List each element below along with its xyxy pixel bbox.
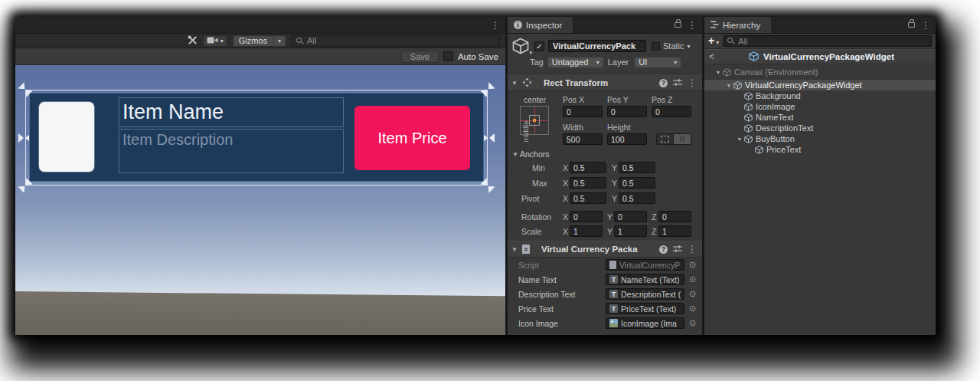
scene-ground-plane (15, 291, 505, 335)
scale-x-field[interactable]: 1 (570, 225, 603, 237)
widget-description-text-rect[interactable]: Item Description (119, 129, 344, 173)
breadcrumb[interactable]: VirtualCurrencyPackageWidget (763, 52, 894, 61)
object-field[interactable]: VirtualCurrencyP (606, 259, 684, 271)
anchor-preset-v-label: middle (521, 121, 530, 143)
object-field[interactable]: T PriceText (Text) (606, 303, 684, 314)
active-checkbox[interactable]: ✓ (534, 41, 544, 51)
lock-icon[interactable] (908, 22, 915, 28)
gameobject-name-field[interactable]: VirtualCurrencyPack (548, 40, 646, 52)
search-icon (727, 38, 734, 44)
tag-dropdown[interactable]: Untagged ▾ (547, 57, 604, 68)
hierarchy-item-canvas[interactable]: ▼ Canvas (Environment) (704, 67, 936, 77)
tab-inspector[interactable]: i Inspector (508, 17, 573, 33)
hierarchy-item-virtualcurrencypackagewidget[interactable]: ▼ VirtualCurrencyPackageWidget (704, 80, 936, 90)
rotation-z-field[interactable]: 0 (658, 211, 691, 222)
presets-icon[interactable] (673, 78, 682, 88)
anchor-preset-widget[interactable]: middle (520, 106, 549, 135)
object-picker-icon[interactable]: ⊙ (688, 274, 697, 284)
width-label: Width (563, 123, 583, 132)
rect-transform-header[interactable]: ▼ Rect Transform ? ⋮ (508, 74, 702, 91)
hierarchy-item-nametext[interactable]: NameText (704, 112, 936, 123)
foldout-icon[interactable]: ▼ (724, 83, 733, 88)
object-field[interactable]: IconImage (Ima (606, 317, 684, 329)
pos-y-field[interactable]: 0 (607, 106, 647, 117)
object-picker-icon[interactable]: ⊙ (688, 260, 697, 270)
scene-pane-menu-icon[interactable]: ⋮ (491, 20, 500, 31)
script-icon (609, 261, 616, 269)
foldout-icon[interactable]: ▼ (511, 246, 518, 253)
static-dropdown-icon[interactable]: ▾ (688, 43, 691, 50)
anchor-max-y-field[interactable]: 0.5 (619, 177, 655, 189)
layer-dropdown[interactable]: UI ▾ (634, 57, 681, 68)
widget-description-text: Item Description (119, 130, 343, 150)
scale-z-field[interactable]: 1 (658, 225, 691, 237)
blueprint-mode-button[interactable] (656, 133, 674, 145)
hierarchy-item-iconimage[interactable]: IconImage (704, 101, 936, 112)
object-field-value: PriceText (Text) (621, 304, 676, 314)
presets-icon[interactable] (673, 245, 682, 255)
hierarchy-item-background[interactable]: Background (704, 90, 936, 101)
widget-name-text-rect[interactable]: Item Name (119, 97, 344, 127)
property-row-script: Script VirtualCurrencyP ⊙ (508, 258, 702, 272)
width-field[interactable]: 500 (563, 133, 603, 145)
anchor-min-x-field[interactable]: 0.5 (570, 162, 606, 173)
pos-z-field[interactable]: 0 (652, 106, 691, 117)
foldout-icon[interactable]: ▼ (714, 70, 723, 75)
widget-buy-button[interactable]: Item Price (354, 106, 470, 170)
script-component-header[interactable]: ▼ # Virtual Currency Packa ? ⋮ (508, 241, 702, 258)
object-picker-icon[interactable]: ⊙ (688, 318, 697, 328)
anchors-foldout-label[interactable]: Anchors (520, 149, 550, 159)
create-object-button[interactable]: + ▾ (708, 36, 719, 46)
tab-hierarchy[interactable]: Hierarchy (704, 17, 771, 33)
gameobject-icon[interactable]: ▾ (512, 38, 531, 54)
auto-save-checkbox[interactable] (443, 51, 453, 61)
hierarchy-item-descriptiontext[interactable]: DescriptionText (704, 123, 936, 133)
object-picker-icon[interactable]: ⊙ (688, 289, 697, 299)
object-field[interactable]: T NameText (Text) (606, 274, 684, 285)
help-icon[interactable]: ? (659, 245, 668, 254)
static-checkbox[interactable] (652, 42, 660, 51)
object-field[interactable]: T DescriptionText ( (606, 288, 684, 300)
rotation-x-field[interactable]: 0 (570, 211, 603, 222)
anchor-center-dot (533, 119, 536, 122)
anchor-max-x-field[interactable]: 0.5 (570, 177, 606, 189)
widget-name-text: Item Name (119, 98, 343, 126)
pivot-x-field[interactable]: 0.5 (570, 192, 606, 204)
layer-value: UI (639, 57, 647, 67)
raw-edit-mode-button[interactable]: R (674, 133, 691, 145)
property-label: Name Text (518, 275, 603, 284)
scene-viewport[interactable]: Item Name Item Description Item Price (15, 65, 505, 335)
hierarchy-search-input[interactable]: All (723, 35, 932, 47)
save-button[interactable]: Save (401, 51, 439, 63)
rotation-y-field[interactable]: 0 (614, 211, 647, 222)
anchor-min-y-field[interactable]: 0.5 (619, 162, 655, 173)
hierarchy-item-buybutton[interactable]: ▼ BuyButton (704, 133, 936, 144)
hierarchy-tree: ▼ Canvas (Environment) ▼ VirtualCurrency… (704, 64, 936, 335)
gizmos-dropdown[interactable]: Gizmos ▾ (233, 35, 286, 47)
property-label: Script (518, 261, 603, 270)
foldout-icon[interactable]: ▼ (511, 80, 518, 87)
anchor-handle[interactable] (482, 133, 495, 143)
object-picker-icon[interactable]: ⊙ (688, 304, 697, 314)
height-field[interactable]: 100 (607, 133, 647, 145)
x-axis-label: X (563, 179, 568, 188)
foldout-icon[interactable]: ▼ (512, 151, 518, 158)
scene-search-input[interactable]: All (292, 35, 500, 47)
tools-icon[interactable] (188, 35, 198, 47)
hierarchy-pane-menu-icon[interactable]: ⋮ (921, 20, 930, 31)
hierarchy-item-pricetext[interactable]: PriceText (704, 144, 936, 155)
foldout-icon[interactable]: ▼ (735, 136, 744, 142)
help-icon[interactable]: ? (659, 79, 668, 87)
component-menu-icon[interactable]: ⋮ (688, 244, 697, 255)
gameobject-icon (744, 103, 753, 111)
widget-background[interactable]: Item Name Item Description Item Price (29, 93, 484, 182)
widget-icon-image[interactable] (39, 102, 94, 172)
lock-icon[interactable] (675, 22, 681, 28)
pos-x-field[interactable]: 0 (563, 106, 603, 117)
component-menu-icon[interactable]: ⋮ (688, 77, 697, 88)
pivot-y-field[interactable]: 0.5 (619, 192, 655, 204)
back-icon[interactable]: < (709, 51, 718, 62)
camera-settings-button[interactable]: ▾ (203, 35, 227, 47)
scale-y-field[interactable]: 1 (614, 225, 647, 237)
inspector-pane-menu-icon[interactable]: ⋮ (688, 20, 697, 31)
